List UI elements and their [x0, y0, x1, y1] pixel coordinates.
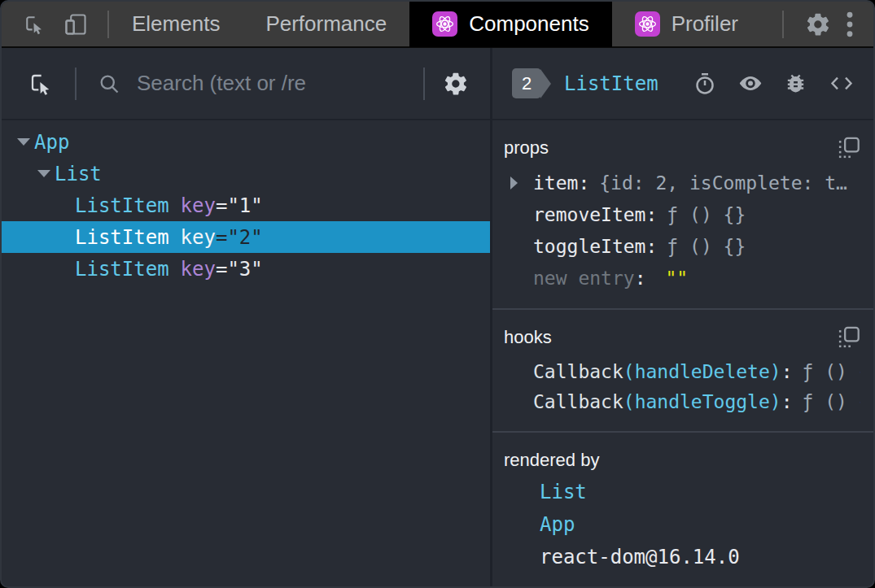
prop-row-new-entry[interactable]: new entry: ""	[502, 262, 860, 294]
toolbar-separator	[75, 68, 77, 100]
colon: :	[645, 236, 657, 257]
components-tree-panel: App List ListItem key ="1" ListItem key …	[2, 48, 492, 586]
react-icon	[635, 11, 660, 37]
expand-arrow-icon[interactable]	[510, 176, 533, 189]
component-name: ListItem	[75, 258, 169, 281]
colon: :	[781, 361, 793, 382]
component-name: App	[34, 131, 69, 154]
search-input[interactable]	[135, 70, 423, 97]
prop-row-toggleitem[interactable]: toggleItem: ƒ () {}	[502, 230, 860, 262]
inspect-dom-eye-icon[interactable]	[738, 71, 763, 96]
component-name: List	[55, 163, 102, 185]
hook-type: Callback	[533, 391, 623, 412]
owner-link[interactable]: List	[540, 481, 587, 503]
prop-row-removeitem[interactable]: removeItem: ƒ () {}	[502, 198, 860, 230]
toolbar-separator	[782, 11, 784, 38]
devtools-tab-bar: Elements Performance Components	[2, 2, 873, 48]
hook-name: (handleToggle)	[623, 391, 781, 412]
toolbar-separator	[423, 68, 425, 100]
new-entry-value[interactable]: ""	[665, 268, 688, 289]
prop-row-item[interactable]: item: {id: 2, isComplete: t…	[502, 167, 860, 198]
rendered-by-title: rendered by	[502, 450, 599, 471]
expand-arrow-icon[interactable]	[33, 170, 55, 177]
rendered-by-list-link[interactable]: List	[502, 476, 860, 508]
devtools-settings-gear-icon[interactable]	[805, 11, 831, 37]
copy-hooks-icon[interactable]	[838, 326, 860, 349]
props-section: props item:	[492, 120, 873, 310]
tab-label: Performance	[265, 11, 387, 37]
hook-type: Callback	[533, 361, 623, 382]
component-name: ListItem	[75, 226, 169, 249]
hook-row-handletoggle[interactable]: Callback(handleToggle): ƒ () {}	[502, 386, 860, 416]
key-attribute: key	[181, 194, 216, 217]
react-icon	[432, 11, 457, 37]
colon: :	[635, 268, 646, 289]
prop-name: removeItem	[533, 204, 645, 225]
rendered-by-react-dom: react-dom@16.14.0	[502, 541, 860, 573]
hook-name: (handleDelete)	[623, 361, 781, 382]
log-bug-icon[interactable]	[784, 72, 808, 95]
prop-name: toggleItem	[533, 236, 645, 257]
rendered-by-app-link[interactable]: App	[502, 508, 860, 541]
selected-component-name: ListItem	[564, 72, 658, 95]
expand-arrow-icon[interactable]	[13, 138, 34, 146]
colon: :	[578, 172, 589, 194]
colon: :	[781, 391, 793, 412]
devtools-window: Elements Performance Components	[0, 0, 875, 588]
hook-value: ƒ () {}	[803, 361, 860, 382]
search-icon	[98, 72, 120, 95]
key-value: ="1"	[216, 194, 263, 217]
key-attribute: key	[181, 258, 216, 281]
tab-components[interactable]: Components	[409, 1, 611, 47]
inspect-element-icon[interactable]	[23, 13, 46, 36]
hooks-section-title: hooks	[502, 327, 552, 348]
devtools-menu-kebab-icon[interactable]	[844, 11, 855, 38]
hooks-section: hooks Callback(handleDelete)	[492, 310, 873, 433]
prop-value: ƒ () {}	[667, 204, 746, 225]
props-section-title: props	[502, 137, 549, 159]
component-tree: App List ListItem key ="1" ListItem key …	[2, 120, 490, 586]
details-header: 2 ListItem	[492, 48, 873, 120]
hook-row-handledelete[interactable]: Callback(handleDelete): ƒ () {}	[502, 356, 860, 386]
tree-row-list[interactable]: List	[2, 158, 490, 189]
tree-row-listitem-3[interactable]: ListItem key ="3"	[2, 253, 490, 285]
component-name: ListItem	[75, 194, 169, 217]
view-source-code-icon[interactable]	[829, 71, 854, 96]
panel-settings-gear-icon[interactable]	[443, 71, 469, 97]
tree-row-listitem-1[interactable]: ListItem key ="1"	[2, 189, 490, 221]
device-toolbar-icon[interactable]	[63, 12, 88, 37]
tab-elements[interactable]: Elements	[109, 1, 243, 47]
tab-profiler[interactable]: Profiler	[612, 1, 761, 47]
prop-value: {id: 2, isComplete: t…	[599, 172, 847, 194]
hook-value: ƒ () {}	[803, 391, 860, 412]
copy-props-icon[interactable]	[838, 137, 860, 159]
tab-label: Profiler	[672, 11, 738, 37]
tree-row-listitem-2-selected[interactable]: ListItem key ="2"	[2, 221, 490, 253]
key-value: ="2"	[216, 226, 263, 249]
prop-name: item	[533, 172, 578, 194]
colon: :	[645, 204, 657, 225]
owner-link[interactable]: App	[540, 513, 575, 536]
new-entry-label[interactable]: new entry	[533, 268, 635, 289]
tab-label: Components	[469, 11, 588, 37]
select-element-icon[interactable]	[28, 71, 54, 97]
rendered-by-section: rendered by List App react-dom@16.14.0	[492, 433, 873, 588]
key-value: ="3"	[216, 258, 263, 281]
suspense-stopwatch-icon[interactable]	[693, 72, 717, 96]
key-attribute: key	[181, 226, 216, 249]
renderer-version: react-dom@16.14.0	[540, 546, 740, 568]
tree-row-app[interactable]: App	[2, 126, 490, 158]
component-details-panel: 2 ListItem	[492, 48, 873, 586]
tab-performance[interactable]: Performance	[243, 1, 409, 47]
tree-toolbar	[2, 48, 490, 120]
tab-label: Elements	[132, 11, 220, 37]
key-badge: 2	[512, 68, 541, 98]
prop-value: ƒ () {}	[667, 236, 746, 257]
